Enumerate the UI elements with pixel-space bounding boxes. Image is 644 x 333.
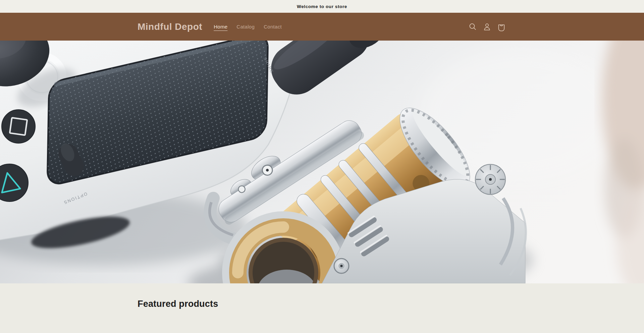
storefront-page: Welcome to our store Mindful Depot Home … [0, 0, 644, 333]
search-button[interactable] [468, 22, 478, 32]
hero-banner: SHARE OPTIONS [0, 41, 644, 283]
cart-button[interactable] [496, 22, 506, 32]
featured-products-section: Featured products [0, 283, 644, 333]
cart-icon [496, 22, 506, 32]
main-nav: Home Catalog Contact [214, 24, 282, 30]
account-button[interactable] [482, 22, 492, 32]
header-container: Mindful Depot Home Catalog Contact [138, 21, 506, 32]
announcement-text: Welcome to our store [297, 4, 347, 9]
hero-image: SHARE OPTIONS [0, 41, 644, 283]
featured-products-heading: Featured products [138, 283, 506, 309]
search-icon [468, 22, 478, 32]
nav-item-contact[interactable]: Contact [264, 24, 282, 30]
announcement-bar: Welcome to our store [0, 0, 644, 13]
header-icons [468, 22, 506, 32]
nav-item-home[interactable]: Home [214, 24, 227, 30]
brand-link[interactable]: Mindful Depot [138, 21, 202, 32]
site-header: Mindful Depot Home Catalog Contact [0, 13, 644, 41]
account-icon [482, 22, 492, 32]
nav-item-catalog[interactable]: Catalog [236, 24, 255, 30]
